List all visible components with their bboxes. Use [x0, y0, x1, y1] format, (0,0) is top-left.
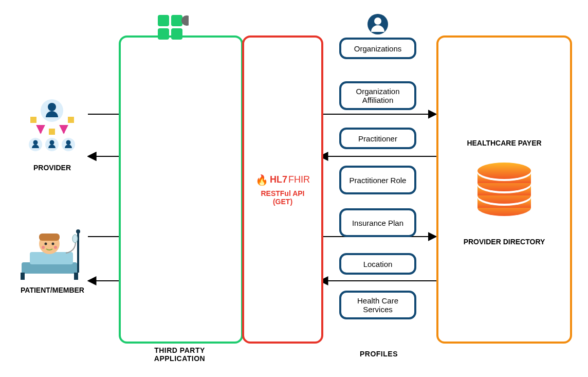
profiles-person-icon: [367, 13, 389, 37]
hl7-text: HL7: [270, 174, 287, 185]
database-icon: [473, 160, 535, 219]
svg-point-45: [42, 246, 45, 249]
patient-icon: [17, 222, 87, 285]
api-subtitle: (GET): [273, 198, 292, 206]
svg-point-25: [477, 163, 531, 179]
svg-rect-28: [30, 117, 36, 123]
profile-practitioner: Practitioner: [339, 128, 416, 149]
svg-rect-12: [158, 28, 169, 40]
profile-organizations: Organizations: [339, 38, 416, 59]
restful-api-box: 🔥 HL7 FHIR RESTFul API (GET): [242, 35, 323, 344]
hl7-fhir-logo: 🔥 HL7 FHIR: [255, 174, 310, 186]
profile-location: Location: [339, 253, 416, 275]
diagram-canvas: QUERY RESPONSE QUERY RESPONSE THIRD PART…: [0, 0, 588, 377]
fhir-text: FHIR: [288, 174, 310, 185]
profiles-label: PROFILES: [351, 350, 407, 358]
svg-point-44: [52, 243, 54, 245]
api-title: RESTFul API: [261, 189, 304, 198]
svg-rect-38: [21, 273, 25, 280]
svg-point-11: [181, 15, 189, 26]
svg-rect-40: [30, 252, 73, 264]
third-party-app-label: THIRD PARTY APPLICATION: [130, 346, 230, 363]
flame-icon: 🔥: [255, 174, 268, 186]
svg-point-46: [54, 246, 57, 249]
patient-label: PATIENT/MEMBER: [11, 286, 94, 294]
healthcare-payer-title: HEALTHCARE PAYER: [467, 139, 541, 147]
provider-directory-box: HEALTHCARE PAYER: [436, 35, 572, 344]
profile-insurance-plan: Insurance Plan: [339, 208, 416, 237]
svg-rect-13: [171, 28, 182, 40]
svg-rect-9: [158, 15, 169, 26]
third-party-app-icon: [158, 15, 183, 41]
profile-practitioner-role: Practitioner Role: [339, 166, 416, 194]
svg-rect-29: [68, 117, 74, 123]
svg-point-27: [48, 103, 56, 111]
profile-organization-affiliation: Organization Affiliation: [339, 81, 416, 110]
provider-label: PROVIDER: [17, 164, 87, 172]
svg-rect-30: [49, 129, 55, 135]
svg-rect-42: [39, 234, 60, 241]
svg-point-48: [76, 229, 80, 234]
svg-point-34: [50, 140, 54, 145]
third-party-app-box: [119, 35, 243, 344]
svg-point-36: [66, 140, 71, 145]
provider-icon: [17, 98, 87, 161]
svg-point-15: [374, 17, 381, 25]
svg-point-43: [45, 243, 47, 245]
provider-directory-title: PROVIDER DIRECTORY: [464, 238, 545, 246]
svg-rect-39: [74, 273, 78, 280]
profile-health-care-services: Health Care Services: [339, 291, 416, 319]
svg-rect-10: [171, 15, 182, 26]
svg-point-32: [33, 140, 38, 145]
svg-point-49: [72, 235, 78, 243]
